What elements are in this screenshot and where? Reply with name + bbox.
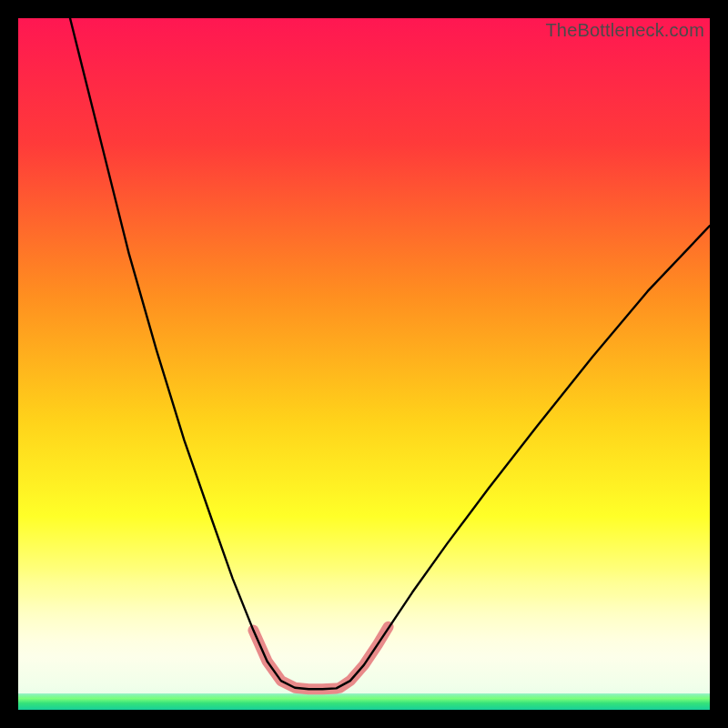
highlight-segment-right: [339, 627, 388, 688]
chart-frame: TheBottleneck.com: [18, 18, 710, 710]
curves-layer: [18, 18, 710, 710]
bottleneck-curve: [70, 18, 710, 689]
watermark-text: TheBottleneck.com: [545, 20, 704, 41]
